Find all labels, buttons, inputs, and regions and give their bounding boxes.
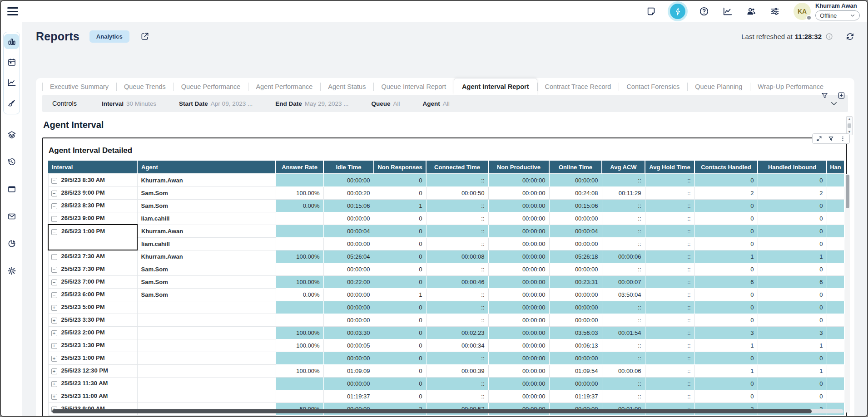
metric-cell[interactable]: :: [645, 237, 694, 250]
metric-cell[interactable]: 00:11:29 [602, 186, 645, 199]
metric-cell[interactable]: :: [645, 301, 694, 314]
metric-cell[interactable]: 0 [374, 377, 426, 390]
metric-cell[interactable]: 00:24:08 [549, 186, 602, 199]
metric-cell[interactable] [827, 275, 844, 288]
metric-cell[interactable] [827, 237, 844, 250]
metric-cell[interactable]: 0 [758, 199, 827, 212]
metric-cell[interactable]: 00:00:05 [323, 339, 374, 352]
metric-cell[interactable]: 00:15:06 [549, 199, 602, 212]
metric-cell[interactable] [827, 250, 844, 263]
control-interval[interactable]: Interval30 Minutes [102, 100, 156, 107]
metric-cell[interactable] [276, 174, 323, 186]
metric-cell[interactable]: 0 [374, 237, 426, 250]
metric-cell[interactable] [827, 390, 844, 402]
interval-cell[interactable]: +25/5/23 11:00 AM [48, 390, 137, 402]
metric-cell[interactable]: 00:00:39 [426, 364, 488, 377]
metric-cell[interactable]: 1 [694, 250, 758, 263]
sidebar-item-envelope-icon[interactable] [4, 209, 19, 224]
metric-cell[interactable]: 00:00:00 [488, 390, 549, 402]
expand-icon[interactable]: + [51, 394, 57, 400]
metric-cell[interactable]: :: [645, 275, 694, 288]
agents-icon[interactable] [746, 6, 756, 16]
interval-cell[interactable]: +25/5/23 3:30 PM [48, 314, 137, 326]
control-end-date[interactable]: End DateMay 29, 2023 ... [275, 100, 348, 107]
metric-cell[interactable]: :: [426, 390, 488, 402]
metric-cell[interactable] [276, 263, 323, 275]
metric-cell[interactable]: 00:00:00 [488, 263, 549, 275]
collapse-icon[interactable]: − [51, 191, 57, 196]
metric-cell[interactable]: 0 [694, 377, 758, 390]
expand-icon[interactable]: + [51, 368, 57, 374]
metric-cell[interactable]: 00:00:00 [323, 174, 374, 186]
metric-cell[interactable] [276, 377, 323, 390]
metric-cell[interactable]: 0 [374, 352, 426, 364]
metric-cell[interactable]: 100.00% [276, 250, 323, 263]
control-agent[interactable]: AgentAll [423, 100, 450, 107]
interval-cell[interactable]: −25/5/23 7:30 PM [48, 263, 137, 275]
metric-cell[interactable]: 00:00:04 [323, 225, 374, 237]
metric-cell[interactable]: 00:23:31 [549, 275, 602, 288]
sidebar-item-gear-icon[interactable] [4, 263, 19, 278]
tab-wrap-up-performance[interactable]: Wrap-Up Performance [750, 78, 831, 95]
metric-cell[interactable]: 00:00:00 [323, 237, 374, 250]
column-header[interactable]: Han [827, 161, 844, 174]
metric-cell[interactable]: 00:00:00 [488, 288, 549, 301]
metric-cell[interactable]: :: [426, 301, 488, 314]
tab-queue-performance[interactable]: Queue Performance [174, 78, 248, 95]
interval-cell[interactable]: +25/5/23 5:00 PM [48, 301, 137, 314]
metric-cell[interactable]: 00:00:00 [323, 352, 374, 364]
metric-cell[interactable]: :: [426, 263, 488, 275]
metric-cell[interactable]: 00:00:00 [488, 339, 549, 352]
metric-cell[interactable]: 1 [374, 288, 426, 301]
metric-cell[interactable] [827, 364, 844, 377]
metric-cell[interactable]: :: [645, 174, 694, 186]
tab-contract-trace-record[interactable]: Contract Trace Record [537, 78, 619, 95]
metric-cell[interactable]: 00:00:00 [549, 301, 602, 314]
agent-cell[interactable] [137, 352, 276, 364]
metric-cell[interactable]: 1 [758, 339, 827, 352]
metric-cell[interactable]: 00:03:30 [323, 326, 374, 339]
metric-cell[interactable]: 00:00:00 [549, 377, 602, 390]
metric-cell[interactable]: 0 [374, 250, 426, 263]
line-chart-icon[interactable] [723, 6, 733, 16]
metric-cell[interactable]: 1 [694, 364, 758, 377]
metric-cell[interactable]: 1 [374, 199, 426, 212]
metric-cell[interactable]: :: [645, 186, 694, 199]
metric-cell[interactable]: :: [645, 377, 694, 390]
agent-cell[interactable]: Sam.Som [137, 186, 276, 199]
agent-cell[interactable] [137, 390, 276, 402]
metric-cell[interactable]: 0 [758, 390, 827, 402]
agent-cell[interactable] [137, 377, 276, 390]
column-header[interactable]: Contacts Handled [694, 161, 758, 174]
metric-cell[interactable]: 0 [374, 263, 426, 275]
metric-cell[interactable]: 00:02:23 [426, 326, 488, 339]
metric-cell[interactable]: 0 [374, 212, 426, 225]
metric-cell[interactable] [827, 186, 844, 199]
metric-cell[interactable]: 1 [758, 364, 827, 377]
collapse-icon[interactable]: − [51, 178, 57, 184]
metric-cell[interactable]: :: [645, 250, 694, 263]
column-header[interactable]: Connected Time [426, 161, 488, 174]
tab-queue-interval-report[interactable]: Queue Interval Report [373, 78, 454, 95]
metric-cell[interactable] [827, 314, 844, 326]
metric-cell[interactable] [276, 225, 323, 237]
metric-cell[interactable]: 00:00:00 [488, 377, 549, 390]
metric-cell[interactable] [827, 301, 844, 314]
tab-queue-planning[interactable]: Queue Planning [687, 78, 750, 95]
metric-cell[interactable]: :: [426, 174, 488, 186]
metric-cell[interactable]: :: [602, 199, 645, 212]
column-header[interactable]: Handled Inbound [758, 161, 827, 174]
metric-cell[interactable]: 00:00:00 [488, 225, 549, 237]
collapse-icon[interactable]: − [51, 292, 57, 298]
metric-cell[interactable]: 0 [374, 339, 426, 352]
column-header[interactable]: Idle Time [323, 161, 374, 174]
metric-cell[interactable]: 0 [694, 352, 758, 364]
expand-icon[interactable]: + [51, 305, 57, 311]
interval-cell[interactable]: −26/5/23 7:30 AM [48, 250, 137, 263]
metric-cell[interactable]: 00:15:06 [323, 199, 374, 212]
analytics-badge[interactable]: Analytics [89, 30, 129, 43]
interval-cell[interactable]: +25/5/23 12:30 PM [48, 364, 137, 377]
table-vertical-scrollbar[interactable] [845, 174, 850, 413]
expand-icon[interactable]: + [51, 381, 57, 387]
metric-cell[interactable]: 00:00:00 [488, 326, 549, 339]
